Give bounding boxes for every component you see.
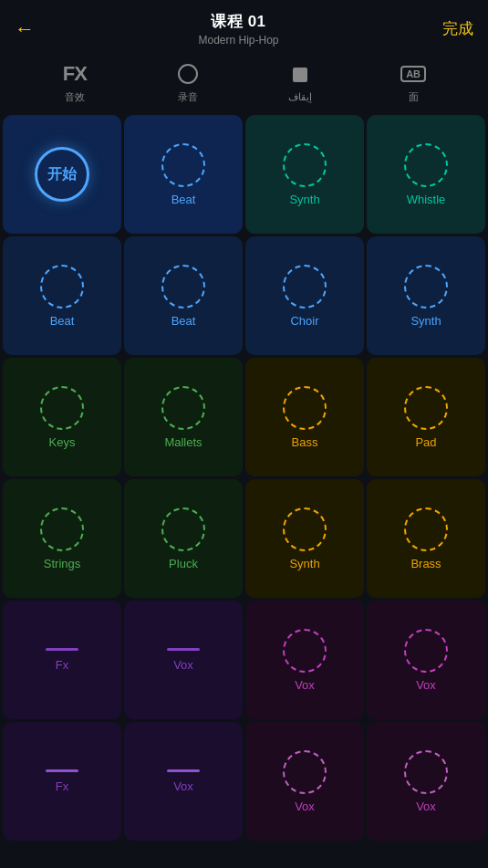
toolbar-stop[interactable]: إيقاف xyxy=(287,62,313,103)
synth1-label: Synth xyxy=(289,193,319,206)
beat3-label: Beat xyxy=(171,314,196,328)
header: ← 课程 01 Modern Hip-Hop 完成 xyxy=(0,0,488,54)
cell-beat2[interactable]: Beat xyxy=(3,236,121,355)
pluck-icon xyxy=(161,507,205,551)
mallets-label: Mallets xyxy=(164,435,202,449)
vox5-icon xyxy=(283,750,327,794)
vox1-icon xyxy=(167,648,200,651)
synth3-label: Synth xyxy=(289,557,319,570)
synth3-icon xyxy=(283,507,327,551)
cell-mallets[interactable]: Mallets xyxy=(124,358,243,476)
fx1-label: Fx xyxy=(56,658,68,672)
cell-keys[interactable]: Keys xyxy=(3,358,121,476)
cell-choir[interactable]: Choir xyxy=(245,236,364,355)
done-button[interactable]: 完成 xyxy=(442,18,473,39)
vox1-label: Vox xyxy=(173,658,193,672)
cell-fx1[interactable]: Fx xyxy=(3,601,121,719)
cell-vox1[interactable]: Vox xyxy=(124,601,243,719)
back-button[interactable]: ← xyxy=(15,17,35,41)
brass-icon xyxy=(404,507,448,551)
cell-beat3[interactable]: Beat xyxy=(124,236,243,355)
vox2-label: Vox xyxy=(295,678,315,692)
header-center: 课程 01 Modern Hip-Hop xyxy=(198,11,278,47)
keys-label: Keys xyxy=(49,435,76,449)
cell-start[interactable]: 开始 xyxy=(3,115,121,234)
cell-pluck[interactable]: Pluck xyxy=(124,479,243,598)
cell-whistle[interactable]: Whistle xyxy=(367,115,485,234)
fx-icon: FX xyxy=(62,61,88,87)
synth2-label: Synth xyxy=(410,314,441,328)
cell-beat1[interactable]: Beat xyxy=(124,115,243,234)
toolbar-fx-label: 音效 xyxy=(65,90,85,104)
whistle-label: Whistle xyxy=(407,193,446,206)
instrument-grid: 开始 Beat Synth Whistle Beat Beat Choir Sy… xyxy=(0,115,488,843)
cell-fx2[interactable]: Fx xyxy=(3,722,121,841)
whistle-icon xyxy=(404,143,448,187)
toolbar-ab-label: 面 xyxy=(409,90,419,104)
toolbar: FX 音效 录音 إيقاف AB 面 xyxy=(0,54,488,115)
beat2-label: Beat xyxy=(50,314,75,328)
record-icon xyxy=(175,61,201,87)
cell-vox2[interactable]: Vox xyxy=(245,601,364,719)
fx2-icon xyxy=(46,769,78,772)
pad-icon xyxy=(404,386,448,430)
stop-icon xyxy=(287,62,313,88)
keys-icon xyxy=(40,386,84,430)
cell-synth3[interactable]: Synth xyxy=(245,479,364,598)
beat2-icon xyxy=(40,265,84,309)
beat1-icon xyxy=(161,143,205,187)
vox3-label: Vox xyxy=(416,678,436,692)
cell-vox4[interactable]: Vox xyxy=(124,722,243,841)
mallets-icon xyxy=(161,386,205,430)
cell-synth2[interactable]: Synth xyxy=(367,236,485,355)
start-label: 开始 xyxy=(47,165,77,184)
pad-label: Pad xyxy=(415,435,436,449)
cell-vox5[interactable]: Vox xyxy=(245,722,364,841)
page-title: 课程 01 xyxy=(198,11,278,32)
toolbar-record[interactable]: 录音 xyxy=(175,61,201,104)
pluck-label: Pluck xyxy=(169,557,198,570)
toolbar-record-label: 录音 xyxy=(178,90,198,104)
choir-label: Choir xyxy=(290,314,318,328)
beat3-icon xyxy=(161,265,205,309)
fx2-label: Fx xyxy=(56,779,68,793)
cell-vox3[interactable]: Vox xyxy=(367,601,485,719)
vox6-icon xyxy=(404,750,448,794)
strings-icon xyxy=(40,507,84,551)
vox5-label: Vox xyxy=(295,800,315,813)
strings-label: Strings xyxy=(44,557,80,570)
choir-icon xyxy=(283,265,327,309)
cell-brass[interactable]: Brass xyxy=(367,479,485,598)
cell-strings[interactable]: Strings xyxy=(3,479,121,598)
bass-icon xyxy=(283,386,327,430)
synth1-icon xyxy=(283,143,327,187)
vox3-icon xyxy=(404,629,448,673)
cell-bass[interactable]: Bass xyxy=(245,358,364,476)
page-subtitle: Modern Hip-Hop xyxy=(198,34,278,47)
vox6-label: Vox xyxy=(416,800,436,813)
toolbar-fx[interactable]: FX 音效 xyxy=(62,61,88,104)
ab-icon: AB xyxy=(400,61,426,87)
bass-label: Bass xyxy=(292,435,318,449)
vox2-icon xyxy=(283,629,327,673)
cell-pad[interactable]: Pad xyxy=(367,358,485,476)
start-circle: 开始 xyxy=(35,147,89,202)
toolbar-ab[interactable]: AB 面 xyxy=(400,61,426,104)
vox4-icon xyxy=(167,769,200,772)
vox4-label: Vox xyxy=(173,779,193,793)
toolbar-stop-label: إيقاف xyxy=(288,91,312,103)
cell-vox6[interactable]: Vox xyxy=(367,722,485,841)
cell-synth1[interactable]: Synth xyxy=(245,115,364,234)
brass-label: Brass xyxy=(410,557,441,570)
synth2-icon xyxy=(404,265,448,309)
beat1-label: Beat xyxy=(171,193,196,206)
fx1-icon xyxy=(46,648,78,651)
